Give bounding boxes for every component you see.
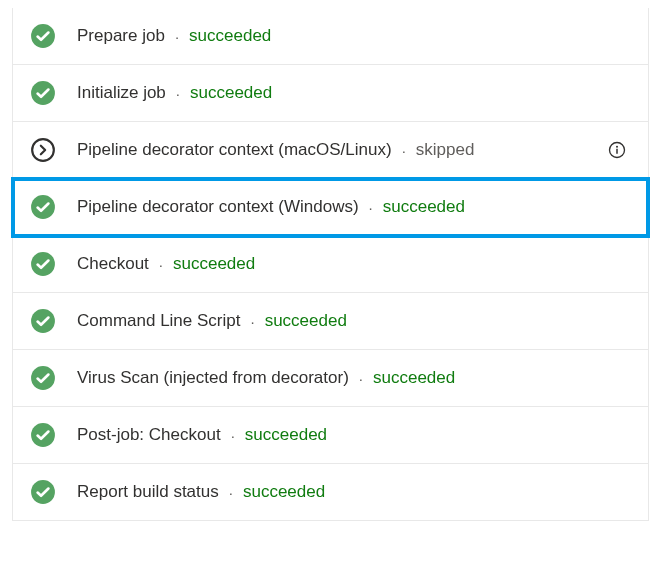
- svg-point-9: [31, 366, 55, 390]
- step-row[interactable]: Post-job: Checkout·succeeded: [13, 407, 648, 464]
- status-skipped-icon: [29, 136, 57, 164]
- status-success-icon: [29, 79, 57, 107]
- step-label: Initialize job: [77, 83, 166, 103]
- info-icon[interactable]: [607, 140, 627, 160]
- status-text: succeeded: [265, 311, 347, 331]
- step-label: Checkout: [77, 254, 149, 274]
- success-check-icon: [30, 422, 56, 448]
- step-label: Pipeline decorator context (macOS/Linux): [77, 140, 392, 160]
- svg-rect-5: [616, 149, 618, 154]
- separator-dot: ·: [229, 484, 233, 501]
- separator-dot: ·: [250, 313, 254, 330]
- info-button[interactable]: [606, 139, 628, 161]
- skipped-arrow-icon: [30, 137, 56, 163]
- separator-dot: ·: [369, 199, 373, 216]
- separator-dot: ·: [231, 427, 235, 444]
- step-row[interactable]: Checkout·succeeded: [13, 236, 648, 293]
- step-row[interactable]: Pipeline decorator context (macOS/Linux)…: [13, 122, 648, 179]
- step-row[interactable]: Pipeline decorator context (Windows)·suc…: [13, 179, 648, 236]
- status-text: succeeded: [245, 425, 327, 445]
- status-success-icon: [29, 250, 57, 278]
- status-text: succeeded: [373, 368, 455, 388]
- pipeline-step-list: Prepare job·succeededInitialize job·succ…: [12, 8, 649, 521]
- step-row[interactable]: Prepare job·succeeded: [13, 8, 648, 65]
- status-text: succeeded: [383, 197, 465, 217]
- separator-dot: ·: [176, 85, 180, 102]
- step-label: Command Line Script: [77, 311, 240, 331]
- svg-point-10: [31, 423, 55, 447]
- status-success-icon: [29, 364, 57, 392]
- success-check-icon: [30, 479, 56, 505]
- svg-point-0: [31, 24, 55, 48]
- success-check-icon: [30, 23, 56, 49]
- status-text: succeeded: [190, 83, 272, 103]
- svg-point-8: [31, 309, 55, 333]
- status-success-icon: [29, 421, 57, 449]
- svg-point-2: [32, 139, 54, 161]
- success-check-icon: [30, 308, 56, 334]
- separator-dot: ·: [359, 370, 363, 387]
- status-text: succeeded: [243, 482, 325, 502]
- status-success-icon: [29, 193, 57, 221]
- step-label: Report build status: [77, 482, 219, 502]
- step-label: Pipeline decorator context (Windows): [77, 197, 359, 217]
- success-check-icon: [30, 365, 56, 391]
- status-text: succeeded: [189, 26, 271, 46]
- step-label: Post-job: Checkout: [77, 425, 221, 445]
- svg-point-4: [616, 146, 618, 148]
- success-check-icon: [30, 251, 56, 277]
- status-success-icon: [29, 307, 57, 335]
- status-text: succeeded: [173, 254, 255, 274]
- svg-point-11: [31, 480, 55, 504]
- svg-point-6: [31, 195, 55, 219]
- step-row[interactable]: Command Line Script·succeeded: [13, 293, 648, 350]
- svg-point-1: [31, 81, 55, 105]
- status-success-icon: [29, 478, 57, 506]
- status-success-icon: [29, 22, 57, 50]
- separator-dot: ·: [159, 256, 163, 273]
- success-check-icon: [30, 80, 56, 106]
- separator-dot: ·: [402, 142, 406, 159]
- separator-dot: ·: [175, 28, 179, 45]
- step-row[interactable]: Report build status·succeeded: [13, 464, 648, 521]
- svg-point-7: [31, 252, 55, 276]
- step-row[interactable]: Virus Scan (injected from decorator)·suc…: [13, 350, 648, 407]
- success-check-icon: [30, 194, 56, 220]
- step-label: Prepare job: [77, 26, 165, 46]
- step-row[interactable]: Initialize job·succeeded: [13, 65, 648, 122]
- status-text: skipped: [416, 140, 475, 160]
- step-label: Virus Scan (injected from decorator): [77, 368, 349, 388]
